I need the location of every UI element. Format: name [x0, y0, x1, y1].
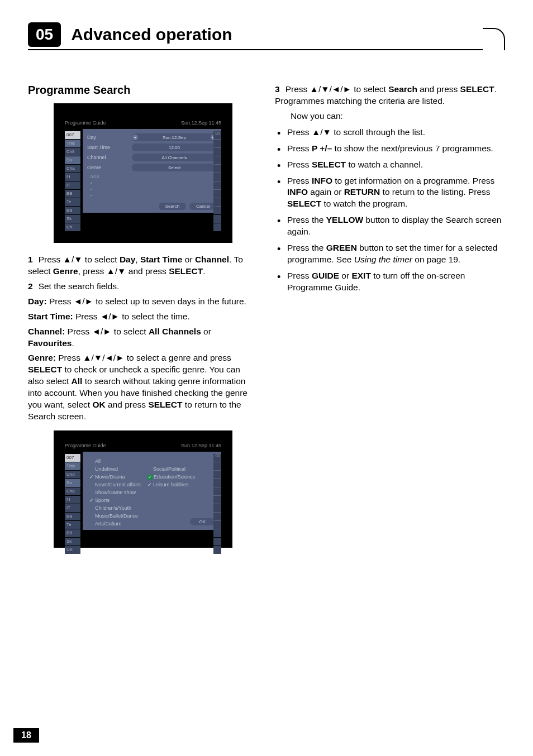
- guide-title: Programme Guide: [65, 120, 106, 126]
- genre-item[interactable]: Undefined: [89, 465, 141, 473]
- screenshot-header: Programme Guide Sun.12.Sep 11:45: [65, 443, 221, 448]
- sidebar-item: This: [65, 140, 80, 147]
- sidebar-item: Sk: [65, 215, 80, 223]
- sidebar-item: Und: [65, 471, 80, 479]
- chapter-title: Advanced operation: [71, 25, 232, 44]
- left-body-text: 1Press ▲/▼ to select Day, Start Time or …: [28, 254, 258, 423]
- step-2: 2Set the search fields.: [28, 281, 258, 293]
- sidebar-item: 007: [65, 131, 80, 139]
- time-cell: :00: [213, 131, 221, 139]
- channel-sidebar: 007 This Und Su Cha f i IT BB Te BB Sk U…: [65, 454, 80, 554]
- step-1: 1Press ▲/▼ to select Day, Start Time or …: [28, 254, 258, 277]
- sidebar-item: BB: [65, 513, 80, 520]
- right-body-text: 3Press ▲/▼/◄/► to select Search and pres…: [275, 84, 505, 294]
- genre-item[interactable]: Show/Game show: [89, 489, 141, 496]
- sidebar-item: BB: [65, 207, 80, 214]
- sidebar-item: f i: [65, 173, 80, 181]
- bullet-item: Press GUIDE or EXIT to turn off the on-s…: [275, 270, 505, 294]
- genre-item[interactable]: ✓Leisure hobbies: [147, 481, 196, 489]
- bullet-item: Press P +/– to show the next/previous 7 …: [275, 143, 505, 155]
- check-icon: ✓: [147, 475, 153, 480]
- time-cell: :00: [213, 454, 221, 462]
- day-field[interactable]: ◂Sun.12.Sep▸: [132, 133, 217, 141]
- step-number: 1: [28, 255, 33, 264]
- bullet-item: Press INFO to get information on a progr…: [275, 175, 505, 210]
- bullet-item: Press the YELLOW button to display the S…: [275, 214, 505, 238]
- page-header: 05 Advanced operation: [28, 22, 505, 50]
- bullet-item: Press the GREEN button to set the timer …: [275, 242, 505, 266]
- sidebar-item: f i: [65, 496, 80, 504]
- left-column: Programme Search Programme Guide Sun.12.…: [28, 84, 258, 548]
- search-panel: Day ◂Sun.12.Sep▸ Start Time 12:00 Channe…: [83, 129, 221, 213]
- cancel-button[interactable]: Cancel: [189, 203, 217, 210]
- chapter-number-badge: 05: [28, 22, 61, 47]
- genre-count: 0/16 • • •: [91, 174, 217, 198]
- genre-item[interactable]: News/Current affairs: [89, 481, 141, 489]
- genre-item[interactable]: ✓Sports: [89, 496, 141, 504]
- header-decorative-curve: [483, 28, 505, 50]
- genre-row: Genre Select: [87, 164, 217, 171]
- guide-datetime: Sun.12.Sep 11:45: [181, 443, 221, 448]
- sidebar-item: UK: [65, 546, 80, 554]
- page-number: 18: [13, 728, 39, 743]
- genre-columns: All Undefined ✓Movie/Drama News/Current …: [89, 457, 215, 528]
- day-row: Day ◂Sun.12.Sep▸: [87, 133, 217, 141]
- genre-item[interactable]: Children's/Youth: [89, 504, 141, 512]
- sidebar-item: UK: [65, 223, 80, 231]
- genre-left-column: All Undefined ✓Movie/Drama News/Current …: [89, 457, 141, 528]
- sidebar-item: BB: [65, 529, 80, 537]
- right-column: 3Press ▲/▼/◄/► to select Search and pres…: [275, 84, 505, 548]
- genre-field[interactable]: Select: [132, 164, 217, 171]
- start-time-field-desc: Start Time: Press ◄/► to select the time…: [28, 311, 258, 323]
- genre-field-desc: Genre: Press ▲/▼/◄/► to select a genre a…: [28, 352, 258, 423]
- content-columns: Programme Search Programme Guide Sun.12.…: [28, 84, 505, 548]
- day-field-desc: Day: Press ◄/► to select up to seven day…: [28, 296, 258, 308]
- genre-item[interactable]: ✓Education/Science: [147, 473, 196, 481]
- now-you-can: Now you can:: [291, 111, 505, 122]
- programme-guide-search-screenshot: Programme Guide Sun.12.Sep 11:45 007 Thi…: [54, 103, 232, 243]
- start-time-field[interactable]: 12:00: [132, 143, 217, 151]
- genre-panel: All Undefined ✓Movie/Drama News/Current …: [83, 452, 221, 530]
- sidebar-item: Te: [65, 521, 80, 529]
- genre-item[interactable]: Arts/Culture: [89, 520, 141, 528]
- step-number: 2: [28, 281, 33, 291]
- step-3: 3Press ▲/▼/◄/► to select Search and pres…: [275, 84, 505, 107]
- right-strip: :00: [213, 131, 221, 232]
- channel-field-desc: Channel: Press ◄/► to select All Channel…: [28, 326, 258, 350]
- guide-datetime: Sun.12.Sep 11:45: [181, 120, 221, 126]
- section-title: Programme Search: [28, 84, 258, 97]
- genre-select-screenshot: Programme Guide Sun.12.Sep 11:45 007 Thi…: [54, 430, 232, 548]
- sidebar-item: Te: [65, 198, 80, 206]
- screenshot-header: Programme Guide Sun.12.Sep 11:45: [65, 120, 221, 126]
- guide-title: Programme Guide: [65, 443, 106, 448]
- genre-item[interactable]: All: [89, 457, 141, 465]
- channel-field[interactable]: All Channels: [132, 154, 217, 161]
- search-button[interactable]: Search: [159, 203, 186, 210]
- bullet-item: Press ▲/▼ to scroll through the list.: [275, 127, 505, 138]
- check-icon: ✓: [89, 497, 95, 503]
- right-strip: :00: [213, 454, 221, 554]
- sidebar-item: Chil: [65, 148, 80, 156]
- day-label: Day: [87, 135, 132, 140]
- genre-right-column: Social/Political ✓Education/Science ✓Lei…: [147, 457, 196, 528]
- genre-label: Genre: [87, 165, 132, 170]
- button-row: Search Cancel: [87, 203, 217, 210]
- channel-row: Channel All Channels: [87, 154, 217, 161]
- step-number: 3: [275, 84, 280, 94]
- sidebar-item: BB: [65, 190, 80, 198]
- ok-button[interactable]: OK: [190, 518, 215, 525]
- sidebar-item: This: [65, 462, 80, 470]
- start-time-row: Start Time 12:00: [87, 143, 217, 151]
- sidebar-item: Su: [65, 156, 80, 164]
- arrow-left-icon[interactable]: ◂: [132, 135, 138, 140]
- channel-label: Channel: [87, 155, 132, 160]
- bullet-list: Press ▲/▼ to scroll through the list. Pr…: [275, 127, 505, 294]
- genre-item[interactable]: Social/Political: [147, 465, 196, 473]
- channel-sidebar: 007 This Chil Su Cha f i IT BB Te BB Sk …: [65, 131, 80, 232]
- genre-item[interactable]: ✓Movie/Drama: [89, 473, 141, 481]
- genre-item[interactable]: Music/Ballet/Dance: [89, 512, 141, 520]
- sidebar-item: Cha: [65, 487, 80, 495]
- sidebar-item: 007: [65, 454, 80, 462]
- sidebar-item: Sk: [65, 538, 80, 546]
- sidebar-item: IT: [65, 504, 80, 512]
